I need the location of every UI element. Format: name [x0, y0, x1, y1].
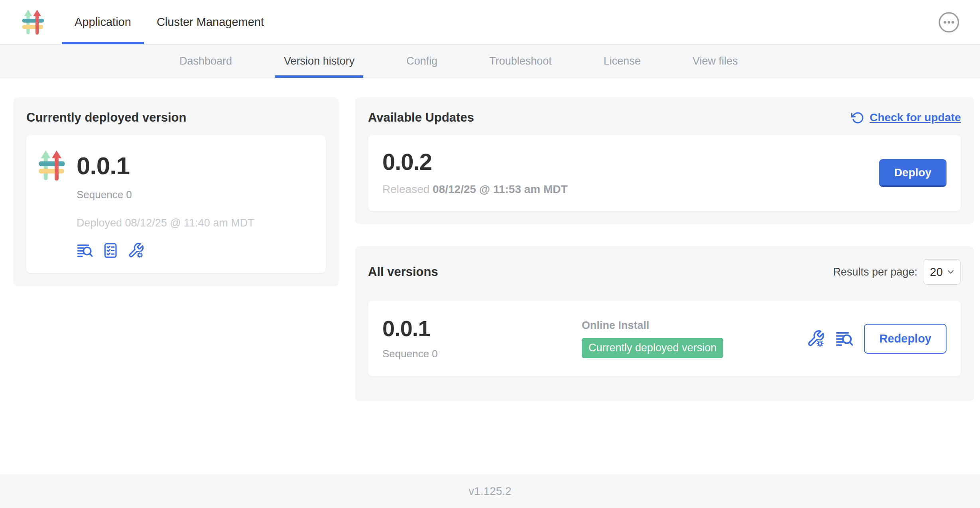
results-per-page-select[interactable]: 20: [923, 259, 961, 285]
deployed-timestamp: Deployed 08/12/25 @ 11:40 am MDT: [77, 217, 254, 229]
console-footer: v1.125.2: [0, 475, 980, 508]
subnav-item-dashboard[interactable]: Dashboard: [171, 45, 241, 78]
released-timestamp: 08/12/25 @ 11:53 am MDT: [433, 183, 568, 195]
chevron-down-icon: [947, 270, 954, 274]
config-wrench-icon[interactable]: [128, 242, 144, 259]
preflight-checklist-icon[interactable]: [102, 242, 119, 259]
tab-cluster-management[interactable]: Cluster Management: [144, 0, 277, 44]
ellipsis-menu-button[interactable]: [938, 12, 960, 33]
deploy-button[interactable]: Deploy: [879, 159, 947, 187]
row-version-number: 0.0.1: [382, 317, 582, 340]
console-version: v1.125.2: [468, 485, 511, 498]
app-logo-icon: [38, 150, 66, 181]
released-prefix: Released: [382, 183, 433, 195]
all-versions-card: All versions Results per page: 20 0.0.1 …: [355, 246, 974, 401]
subnav-item-version-history[interactable]: Version history: [275, 45, 363, 78]
results-per-page-label: Results per page:: [833, 266, 917, 278]
results-per-page-value: 20: [930, 266, 943, 279]
currently-deployed-badge: Currently deployed version: [582, 338, 723, 358]
subnav-item-troubleshoot[interactable]: Troubleshoot: [480, 45, 561, 78]
ellipsis-circle-icon: [938, 12, 960, 33]
check-for-update-link[interactable]: Check for update: [851, 111, 961, 124]
deployed-version-number: 0.0.1: [77, 154, 254, 178]
logs-icon[interactable]: [77, 242, 93, 259]
check-for-update-label: Check for update: [870, 111, 961, 124]
deployed-sequence: Sequence 0: [77, 189, 254, 201]
app-logo: [22, 0, 45, 44]
available-updates-card: Available Updates Check for update 0.0.2…: [355, 97, 974, 224]
app-logo: [38, 150, 66, 259]
subnav-item-config[interactable]: Config: [398, 45, 446, 78]
main-content: Currently deployed version 0.0.1 Sequenc…: [0, 78, 980, 475]
config-wrench-icon[interactable]: [807, 329, 825, 348]
deployed-version-panel: 0.0.1 Sequence 0 Deployed 08/12/25 @ 11:…: [26, 135, 326, 273]
top-nav: Application Cluster Management: [0, 0, 980, 45]
update-row: 0.0.2 Released 08/12/25 @ 11:53 am MDT D…: [368, 135, 961, 211]
subnav-item-view-files[interactable]: View files: [684, 45, 747, 78]
install-type-label: Online Install: [582, 319, 807, 332]
version-row: 0.0.1 Sequence 0 Online Install Currentl…: [368, 301, 961, 376]
refresh-icon: [851, 111, 864, 124]
currently-deployed-title: Currently deployed version: [26, 110, 326, 125]
update-version-number: 0.0.2: [382, 150, 568, 173]
logs-icon[interactable]: [835, 329, 854, 348]
currently-deployed-card: Currently deployed version 0.0.1 Sequenc…: [13, 97, 339, 286]
app-sub-nav: Dashboard Version history Config Trouble…: [0, 45, 980, 78]
row-sequence: Sequence 0: [382, 348, 582, 360]
available-updates-title: Available Updates: [368, 110, 474, 125]
topnav-spacer: [277, 0, 938, 44]
app-logo-icon: [22, 9, 45, 35]
subnav-item-license[interactable]: License: [595, 45, 649, 78]
all-versions-title: All versions: [368, 265, 438, 279]
tab-application[interactable]: Application: [62, 0, 144, 44]
redeploy-button[interactable]: Redeploy: [864, 324, 947, 354]
